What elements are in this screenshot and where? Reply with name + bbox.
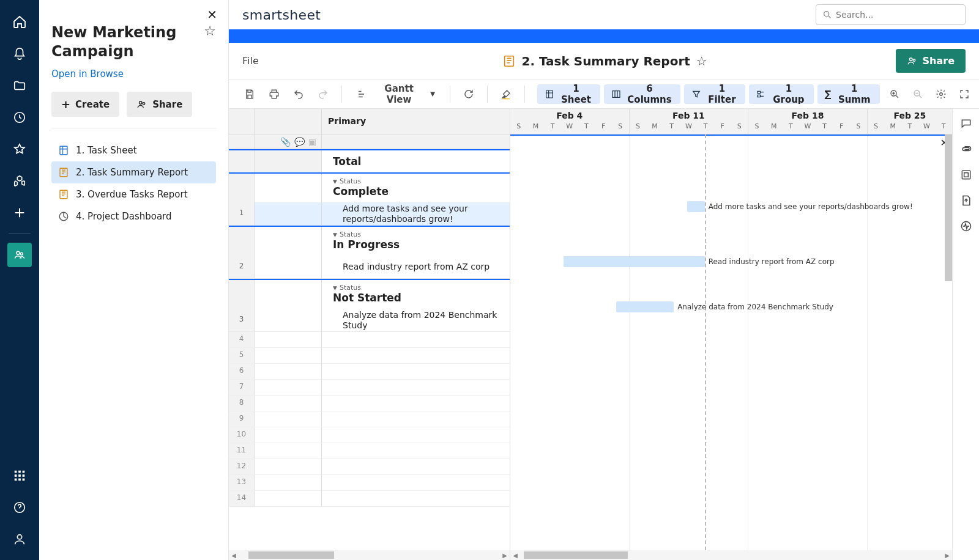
summarize-pill[interactable]: ∑1 Summ [817,84,880,104]
source-sheets-pill[interactable]: 1 Sheet [537,84,601,104]
browse-icon[interactable] [7,73,32,98]
gantt-bar[interactable] [616,301,674,312]
notifications-icon[interactable] [7,42,32,66]
recents-icon[interactable] [7,105,32,130]
row-number[interactable]: 4 [229,332,255,347]
undo-button[interactable] [289,84,308,104]
group-row[interactable]: ▼ StatusIn Progress [229,226,510,256]
view-switcher[interactable]: Gantt View ▼ [351,84,441,104]
indicator-cell[interactable] [255,256,322,278]
gantt-body[interactable]: Add more tasks and see your reports/dash… [510,134,952,550]
data-row[interactable]: 1Add more tasks and see your reports/das… [229,202,510,226]
star-icon[interactable]: ☆ [204,23,216,39]
highlight-button[interactable] [496,84,516,104]
data-row[interactable]: 2Read industry report from AZ corp [229,256,510,279]
row-number[interactable]: 13 [229,475,255,490]
indicator-cell[interactable] [255,202,322,225]
row-number[interactable]: 9 [229,411,255,427]
search-input[interactable] [836,10,959,20]
gantt-bar-row[interactable]: Analyze data from 2024 Benchmark Study [510,301,952,312]
save-button[interactable] [240,84,259,104]
conversations-icon[interactable] [956,114,976,133]
add-icon[interactable] [7,201,32,225]
empty-row[interactable]: 12 [229,459,510,475]
week-label: Feb 4 [510,109,629,122]
create-button[interactable]: + Create [51,92,119,117]
home-icon[interactable] [7,10,32,34]
filter-pill[interactable]: 1 Filter [684,84,745,104]
print-button[interactable] [264,84,284,104]
row-number[interactable]: 11 [229,443,255,459]
proofs-icon[interactable] [956,165,976,185]
file-menu[interactable]: File [242,55,259,67]
row-number[interactable]: 12 [229,459,255,474]
empty-row[interactable]: 13 [229,475,510,491]
collapse-icon[interactable]: ▼ [333,232,337,238]
workspace-active-icon[interactable] [7,243,32,267]
zoom-out-button[interactable] [908,84,928,104]
nav-item-0[interactable]: 1. Task Sheet [51,139,216,161]
empty-row[interactable]: 14 [229,491,510,507]
collapse-icon[interactable]: ▼ [333,179,337,185]
zoom-in-button[interactable] [885,84,904,104]
row-number[interactable]: 10 [229,427,255,443]
nav-item-1[interactable]: 2. Task Summary Report [51,161,216,183]
row-number[interactable]: 7 [229,380,255,395]
gantt-bar[interactable] [564,256,705,267]
open-in-browse-link[interactable]: Open in Browse [51,68,216,79]
settings-button[interactable] [931,84,951,104]
row-number[interactable]: 2 [229,256,255,278]
gantt-hscroll[interactable]: ◀ ▶ [510,550,952,560]
nav-item-2[interactable]: 3. Overdue Tasks Report [51,183,216,205]
account-icon[interactable] [7,527,32,551]
fullscreen-button[interactable] [955,84,974,104]
grid-indicator-row: 📎💬▣ [229,134,510,149]
row-number[interactable]: 3 [229,309,255,331]
attachments-icon[interactable] [956,139,976,159]
primary-header[interactable]: Primary [322,109,510,134]
columns-pill[interactable]: 6 Columns [604,84,680,104]
row-number[interactable]: 1 [229,202,255,225]
star-icon[interactable]: ☆ [696,54,707,68]
chevron-down-icon: ▼ [430,90,435,97]
publish-icon[interactable] [956,191,976,210]
empty-row[interactable]: 6 [229,364,510,380]
row-number[interactable]: 8 [229,396,255,411]
gantt-bar[interactable] [687,201,705,212]
redo-button[interactable] [313,84,333,104]
nav-item-3[interactable]: 4. Project Dashboard [51,205,216,227]
primary-cell[interactable]: Analyze data from 2024 Benchmark Study [322,309,510,331]
gantt-bar-row[interactable]: Read industry report from AZ corp [510,256,952,267]
panel-share-button[interactable]: Share [127,92,192,117]
indicator-cell[interactable] [255,309,322,331]
empty-row[interactable]: 8 [229,396,510,411]
empty-row[interactable]: 5 [229,348,510,364]
group-row[interactable]: ▼ StatusNot Started [229,279,510,309]
row-number[interactable]: 5 [229,348,255,363]
group-row[interactable]: ▼ StatusComplete [229,172,510,202]
group-pill[interactable]: 1 Group [749,84,814,104]
report-icon [502,54,516,68]
activity-icon[interactable] [956,216,976,236]
empty-row[interactable]: 10 [229,427,510,443]
primary-cell[interactable]: Add more tasks and see your reports/dash… [322,202,510,225]
help-icon[interactable] [7,495,32,520]
row-number[interactable]: 6 [229,364,255,379]
gantt-bar-row[interactable]: Add more tasks and see your reports/dash… [510,201,952,212]
collapse-icon[interactable]: ▼ [333,285,337,291]
primary-cell[interactable]: Read industry report from AZ corp [322,256,510,278]
share-button[interactable]: Share [896,49,966,73]
grid-hscroll[interactable]: ◀ ▶ [229,550,510,560]
apps-grid-icon[interactable] [7,463,32,488]
row-number[interactable]: 14 [229,491,255,506]
search-box[interactable] [816,4,966,25]
empty-row[interactable]: 7 [229,380,510,396]
empty-row[interactable]: 4 [229,332,510,348]
favorites-icon[interactable] [7,137,32,161]
empty-row[interactable]: 9 [229,411,510,427]
data-row[interactable]: 3Analyze data from 2024 Benchmark Study [229,309,510,332]
workapps-icon[interactable] [7,169,32,193]
refresh-button[interactable] [459,84,478,104]
close-icon[interactable]: ✕ [207,7,217,22]
empty-row[interactable]: 11 [229,443,510,459]
